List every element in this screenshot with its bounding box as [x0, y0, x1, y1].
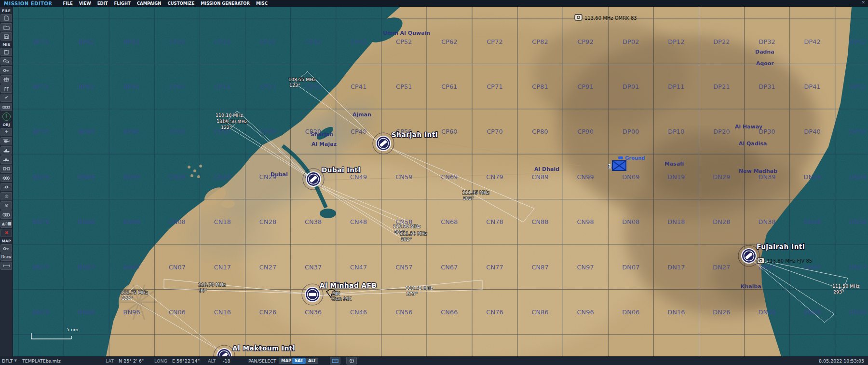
menu-bar: MISSION EDITOR FILEVIEWEDITFLIGHTCAMPAIG…: [0, 0, 868, 7]
add-waypoint-button[interactable]: [0, 183, 12, 191]
svg-text:303°: 303°: [463, 196, 474, 201]
grid-cell-label: DN56: [849, 309, 867, 316]
grid-cell-label: CP51: [396, 83, 412, 90]
menu-item-file[interactable]: FILE: [63, 1, 73, 6]
menu-item-edit[interactable]: EDIT: [97, 1, 108, 6]
svg-text:110.10 MHz: 110.10 MHz: [216, 112, 243, 118]
grid-cell-label: CN89: [531, 173, 548, 181]
grid-cell-label: CN26: [259, 309, 276, 316]
grid-cell-label: DP00: [623, 128, 639, 135]
close-icon[interactable]: ✕: [861, 0, 865, 5]
grid-cell-label: CN19: [214, 173, 231, 181]
draw-tool-button[interactable]: Draw: [0, 253, 12, 261]
grid-cell-label: DP10: [668, 128, 684, 135]
unit-shapes-button[interactable]: ▲◇■: [0, 220, 12, 228]
profile-dropdown[interactable]: DFLT▼: [2, 356, 17, 365]
svg-text:111.95 MHz: 111.95 MHz: [462, 190, 489, 195]
add-helicopter-button[interactable]: [0, 137, 12, 145]
menu-item-campaign[interactable]: CAMPAIGN: [137, 1, 162, 6]
unit-rings-button[interactable]: [0, 211, 12, 219]
grid-cell-label: CP11: [215, 83, 231, 90]
layer-sat-button[interactable]: SAT: [292, 358, 306, 364]
flags-icon: [3, 86, 10, 91]
conditions-button[interactable]: ✔: [0, 94, 12, 102]
remove-zone-button[interactable]: ⊗: [0, 201, 12, 210]
satellite-map[interactable]: BP72BP82BP92CP02CP12CP22CP32CP42CP52CP62…: [13, 7, 868, 356]
add-airplane-button[interactable]: ✈: [0, 128, 12, 136]
grid-cell-label: DN28: [713, 218, 730, 225]
svg-text:273°: 273°: [407, 291, 418, 296]
lat-value: N 25° 2' 6": [119, 356, 144, 365]
grid-cell-label: DN58: [849, 218, 867, 225]
grid-cell-label: DP51: [850, 83, 866, 90]
open-mission-button[interactable]: [0, 23, 12, 31]
alt-label: ALT: [208, 356, 216, 365]
add-zone-button[interactable]: ◎: [0, 192, 12, 200]
svg-text:113.60 MHz OMRK 83: 113.60 MHz OMRK 83: [584, 15, 637, 21]
add-template-button[interactable]: [0, 174, 12, 182]
grid-cell-label: CP42: [351, 38, 366, 45]
svg-text:111.75 MHz: 111.75 MHz: [121, 290, 148, 295]
svg-text:110.75 MHz: 110.75 MHz: [406, 285, 433, 291]
measure-distance-button[interactable]: [0, 262, 12, 270]
coords-toggle-button[interactable]: [330, 357, 340, 365]
grid-cell-label: CP92: [577, 38, 593, 45]
upload-button[interactable]: ↑: [1, 112, 12, 121]
toolbar-section-map: MAP: [0, 239, 13, 243]
grid-cell-label: BN89: [78, 173, 95, 181]
left-toolbar: FILEMIS✔↑OBJ✈◎⊗▲◇■✖MAPDraw: [0, 7, 13, 356]
grid-cell-label: CN09: [169, 173, 186, 181]
weather-button[interactable]: [0, 57, 12, 65]
compass-button[interactable]: [346, 357, 357, 365]
trigger-rules-button[interactable]: [0, 103, 12, 111]
goals-button[interactable]: [0, 84, 12, 93]
nav-beacon: 113.60 MHz OMRK 83: [575, 14, 637, 21]
menu-item-misc[interactable]: MISC: [256, 1, 268, 6]
grid-cell-label: CN76: [486, 309, 503, 316]
grid-cell-label: CP12: [215, 38, 231, 45]
main-menu: FILEVIEWEDITFLIGHTCAMPAIGNCUSTOMIZEMISSI…: [63, 1, 268, 6]
svg-text:Al Maktoum Intl: Al Maktoum Intl: [232, 344, 295, 352]
grid-cell-label: DP01: [623, 83, 639, 90]
add-vehicle-button[interactable]: [0, 155, 12, 164]
city-label: Al Majaz: [312, 141, 337, 147]
add-ship-button[interactable]: [0, 146, 12, 154]
new-mission-button[interactable]: [0, 14, 12, 22]
briefing-button[interactable]: [0, 48, 12, 56]
menu-item-mission-generator[interactable]: MISSION GENERATOR: [201, 1, 250, 6]
save-mission-button[interactable]: [0, 32, 12, 41]
tank-icon: [3, 158, 10, 162]
grid-cell-label: DN48: [804, 218, 821, 225]
grid-cell-label: CP20: [260, 128, 276, 135]
grid-cell-label: DN38: [758, 218, 775, 225]
grid-cell-label: DP11: [668, 83, 684, 90]
grid-cell-label: DN26: [713, 309, 730, 316]
add-static-button[interactable]: [0, 165, 12, 173]
grid-cell-label: CN46: [350, 309, 367, 316]
menu-item-customize[interactable]: CUSTOMIZE: [167, 1, 194, 6]
delete-object-button[interactable]: ✖: [0, 229, 12, 237]
map-viewport[interactable]: BP72BP82BP92CP02CP12CP22CP32CP42CP52CP62…: [13, 7, 868, 356]
map-key-button[interactable]: [0, 244, 12, 253]
grid-cell-label: DP50: [850, 128, 866, 135]
grid-cell-label: DN36: [758, 309, 775, 316]
layer-alt-button[interactable]: ALT: [306, 358, 318, 364]
layer-map-button[interactable]: MAP: [279, 358, 294, 364]
staticobj-icon: [3, 167, 10, 170]
city-label: Sharjah: [311, 131, 334, 138]
grid-cell-label: DP12: [668, 38, 684, 45]
grid-cell-label: CP00: [169, 128, 185, 135]
grid-cell-label: CP22: [260, 38, 276, 45]
grid-cell-label: CN28: [259, 218, 276, 225]
airplane-icon: ✈: [5, 130, 8, 134]
triggers-button[interactable]: [0, 75, 12, 84]
failures-button[interactable]: [0, 66, 12, 74]
svg-text:Chan 99X: Chan 99X: [331, 296, 351, 301]
menu-item-flight[interactable]: FLIGHT: [114, 1, 131, 6]
save-icon: [4, 34, 9, 39]
grid-cell-label: DP20: [713, 128, 730, 135]
grid-cell-label: CP02: [169, 38, 185, 45]
menu-item-view[interactable]: VIEW: [79, 1, 91, 6]
grid-cell-label: BN87: [78, 264, 95, 271]
grid-cell-label: DP02: [623, 38, 639, 45]
